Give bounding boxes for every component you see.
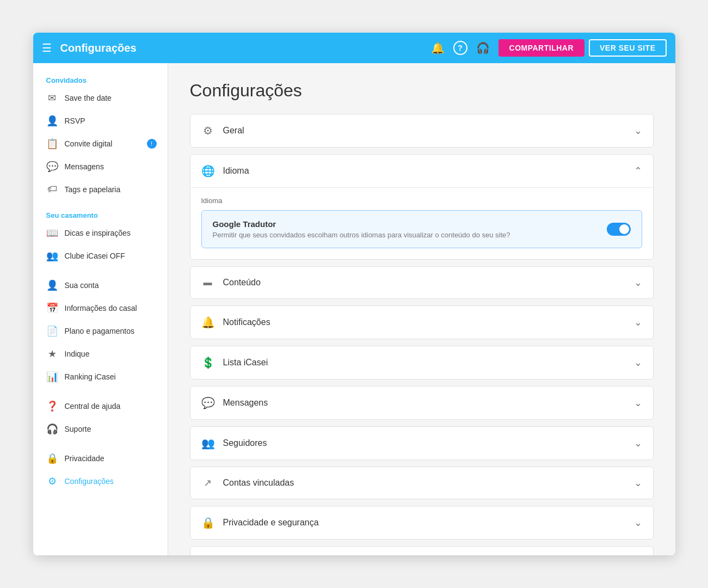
main-content: Configurações ⚙ Geral ⌄ 🌐 Idioma ⌃ Idiom… (168, 63, 675, 555)
accordion-geral: ⚙ Geral ⌄ (190, 114, 654, 148)
header-title: Configurações (60, 42, 431, 54)
sidebar-label-clube: Clube iCasei OFF (65, 252, 125, 260)
translator-title: Google Tradutor (213, 219, 607, 229)
chevron-up-icon: ⌃ (634, 165, 642, 177)
lista-icon: 💲 (201, 356, 214, 369)
sidebar-item-plano-pagamentos[interactable]: 📄 Plano e pagamentos (33, 320, 168, 342)
sidebar-item-sua-conta[interactable]: 👤 Sua conta (33, 274, 168, 297)
sidebar-label-privacidade: Privacidade (65, 454, 104, 463)
sidebar-label-ajuda: Central de ajuda (65, 402, 121, 411)
accordion-notificacoes-title: Notificações (223, 317, 634, 327)
accordion-notificacoes-header[interactable]: 🔔 Notificações ⌄ (190, 306, 653, 339)
plano-icon: 📄 (46, 325, 58, 337)
accordion-geral-header[interactable]: ⚙ Geral ⌄ (190, 114, 653, 147)
email-icon: ✉ (46, 92, 58, 104)
privacidade-acc-icon: 🔒 (201, 516, 214, 529)
contas-icon: ↗ (201, 477, 214, 489)
compartilhar-button[interactable]: COMPARTILHAR (498, 39, 585, 57)
accordion-seguidores-header[interactable]: 👥 Seguidores ⌄ (190, 427, 653, 460)
sidebar-item-ranking[interactable]: 📊 Ranking iCasei (33, 365, 168, 388)
sidebar-item-indique[interactable]: ★ Indique (33, 342, 168, 365)
ver-site-button[interactable]: VER SEU SITE (589, 39, 666, 57)
chevron-down-icon: ⌄ (634, 316, 642, 328)
accordion-politicas: 👤 Políticas de cookies ⌄ (190, 546, 654, 555)
sidebar-item-informacoes-casal[interactable]: 📅 Informações do casal (33, 297, 168, 320)
accordion-lista-header[interactable]: 💲 Lista iCasei ⌄ (190, 346, 653, 379)
idioma-section-label: Idioma (201, 197, 642, 205)
accordion-idioma-title: Idioma (223, 166, 634, 176)
convite-icon: 📋 (46, 138, 58, 150)
header: ☰ Configurações 🔔 ? 🎧 COMPARTILHAR VER S… (33, 33, 675, 63)
sidebar-item-mensagens[interactable]: 💬 Mensagens (33, 155, 168, 178)
accordion-lista-title: Lista iCasei (223, 358, 634, 367)
conteudo-icon: ▬ (201, 278, 214, 287)
accordion-idioma-header[interactable]: 🌐 Idioma ⌃ (190, 155, 653, 187)
sidebar-label-plano: Plano e pagamentos (65, 327, 134, 335)
sidebar-label-conta: Sua conta (65, 281, 99, 290)
sidebar-label-dicas: Dicas e inspirações (65, 229, 131, 237)
sidebar-label-configuracoes: Configurações (65, 477, 114, 486)
sidebar-label-suporte: Suporte (65, 425, 91, 433)
accordion-notificacoes: 🔔 Notificações ⌄ (190, 305, 654, 339)
accordion-privacidade-header[interactable]: 🔒 Privacidade e segurança ⌄ (190, 506, 653, 539)
sidebar-item-rsvp[interactable]: 👤 RSVP (33, 109, 168, 132)
sidebar-item-privacidade[interactable]: 🔒 Privacidade (33, 447, 168, 470)
sidebar-item-dicas[interactable]: 📖 Dicas e inspirações (33, 222, 168, 244)
accordion-mensagens-header[interactable]: 💬 Mensagens ⌄ (190, 387, 653, 419)
body: Convidados ✉ Save the date 👤 RSVP 📋 Conv… (33, 63, 675, 555)
menu-icon[interactable]: ☰ (42, 41, 52, 54)
headset-icon[interactable]: 🎧 (476, 41, 490, 54)
sidebar-item-suporte[interactable]: 🎧 Suporte (33, 418, 168, 440)
sidebar-label-casal: Informações do casal (65, 304, 137, 313)
sidebar-item-clube[interactable]: 👥 Clube iCasei OFF (33, 244, 168, 267)
sidebar-label-rsvp: RSVP (65, 117, 85, 125)
casal-icon: 📅 (46, 302, 58, 314)
convite-badge: ! (147, 139, 157, 149)
ranking-icon: 📊 (46, 371, 58, 383)
accordion-mensagens-title: Mensagens (223, 398, 634, 408)
mensagens-icon: 💬 (46, 161, 58, 173)
sidebar-label-convite: Convite digital (65, 139, 113, 148)
accordion-seguidores-title: Seguidores (223, 438, 634, 448)
chevron-down-icon: ⌄ (634, 277, 642, 289)
accordion-idioma: 🌐 Idioma ⌃ Idioma Google Tradutor Permit… (190, 154, 654, 260)
accordion-mensagens: 💬 Mensagens ⌄ (190, 386, 654, 420)
notificacoes-icon: 🔔 (201, 316, 214, 329)
chevron-down-icon: ⌄ (634, 397, 642, 409)
sidebar-label-ranking: Ranking iCasei (65, 372, 116, 381)
conta-icon: 👤 (46, 279, 58, 291)
chevron-down-icon: ⌄ (634, 517, 642, 529)
page-title: Configurações (190, 81, 654, 101)
suporte-icon: 🎧 (46, 423, 58, 435)
tags-icon: 🏷 (46, 183, 58, 195)
accordion-conteudo-title: Conteúdo (223, 278, 634, 287)
toggle-slider (607, 223, 631, 236)
accordion-idioma-body: Idioma Google Tradutor Permitir que seus… (190, 187, 653, 259)
translator-desc: Permitir que seus convidados escolham ou… (213, 231, 607, 239)
translator-card: Google Tradutor Permitir que seus convid… (201, 210, 642, 248)
sidebar-item-save-the-date[interactable]: ✉ Save the date (33, 87, 168, 109)
person-icon: 👤 (46, 115, 58, 127)
sidebar-item-ajuda[interactable]: ❓ Central de ajuda (33, 395, 168, 418)
sidebar-section-convidados: Convidados (33, 72, 168, 87)
privacidade-icon: 🔒 (46, 452, 58, 464)
accordion-politicas-header[interactable]: 👤 Políticas de cookies ⌄ (190, 547, 653, 555)
accordion-conteudo: ▬ Conteúdo ⌄ (190, 266, 654, 299)
sidebar-label-indique: Indique (65, 350, 90, 358)
sidebar-label-mensagens: Mensagens (65, 162, 104, 171)
help-icon[interactable]: ? (453, 41, 467, 55)
accordion-privacidade: 🔒 Privacidade e segurança ⌄ (190, 506, 654, 540)
translator-toggle[interactable] (607, 223, 631, 236)
dicas-icon: 📖 (46, 227, 58, 239)
chevron-down-icon: ⌄ (634, 125, 642, 137)
accordion-contas-header[interactable]: ↗ Contas vinculadas ⌄ (190, 467, 653, 499)
accordion-seguidores: 👥 Seguidores ⌄ (190, 426, 654, 460)
accordion-conteudo-header[interactable]: ▬ Conteúdo ⌄ (190, 267, 653, 298)
configuracoes-icon: ⚙ (46, 475, 58, 487)
sidebar-item-configuracoes[interactable]: ⚙ Configurações (33, 470, 168, 493)
geral-icon: ⚙ (201, 124, 214, 137)
sidebar-item-tags-papelaria[interactable]: 🏷 Tags e papelaria (33, 178, 168, 200)
sidebar-label-tags: Tags e papelaria (65, 185, 121, 194)
sidebar-item-convite-digital[interactable]: 📋 Convite digital ! (33, 132, 168, 155)
bell-icon[interactable]: 🔔 (431, 41, 445, 54)
